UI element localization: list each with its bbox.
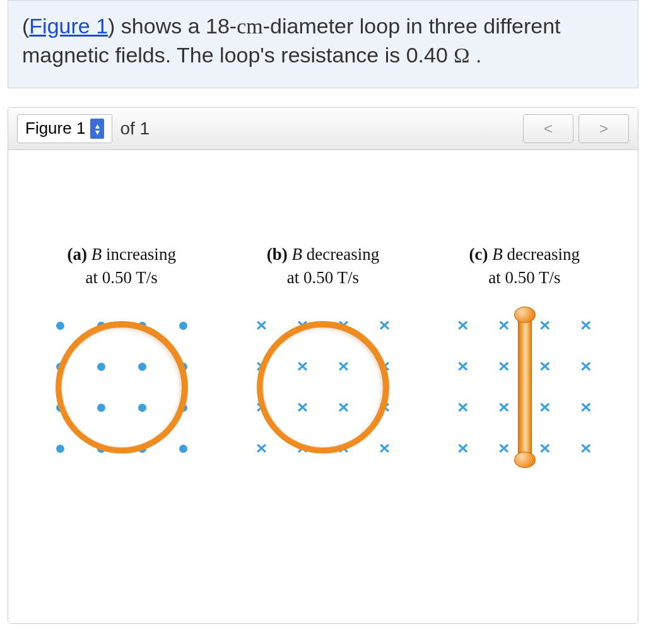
unit-cm: cm [237,15,263,38]
next-button[interactable]: > [578,114,629,143]
diagram-b: ×××× ×××× ×××× ×××× [235,299,411,476]
panel-c: (c) B decreasing at 0.50 T/s ×××× ×××× ×… [430,245,619,476]
figure-panel: Figure 1 ▴▾ of 1 < > (a) B increasing at… [8,107,638,624]
panel-c-title: (c) B decreasing [430,245,619,264]
figure-subpanels: (a) B increasing at 0.50 T/s (b) [27,245,619,476]
panel-b-label: (b) [267,245,288,264]
panel-c-desc: decreasing [503,245,580,264]
figure-link[interactable]: Figure 1 [29,14,108,38]
panel-b: (b) B decreasing at 0.50 T/s ×××× ×××× ×… [228,245,417,476]
panel-a-title: (a) B increasing [27,245,216,264]
paren-open: ( [22,14,29,38]
panel-a: (a) B increasing at 0.50 T/s [27,245,216,476]
panel-a-desc: increasing [102,245,176,264]
panel-b-title: (b) B decreasing [228,245,417,264]
diagram-a [33,299,210,476]
problem-statement: (Figure 1) shows a 18-cm-diameter loop i… [8,0,638,88]
stepper-icon: ▴▾ [90,119,104,139]
figure-select[interactable]: Figure 1 ▴▾ [17,114,112,143]
unit-omega: Ω [454,44,469,67]
chevron-left-icon: < [544,120,553,138]
panel-b-desc: decreasing [302,245,379,264]
panel-c-sub: at 0.50 T/s [430,268,619,288]
chevron-right-icon: > [599,120,608,138]
figure-select-label: Figure 1 [25,119,85,138]
figure-body: (a) B increasing at 0.50 T/s (b) [8,150,638,623]
diagram-c: ×××× ×××× ×××× ×××× [436,299,613,476]
figure-count: of 1 [120,119,150,139]
panel-a-label: (a) [67,245,86,264]
panel-a-B: B [91,245,102,264]
text1: ) shows a 18- [108,14,237,38]
loop-edge-on [514,308,534,467]
panel-c-label: (c) [469,245,488,264]
loop-face-on [257,321,389,454]
panel-a-sub: at 0.50 T/s [27,268,216,288]
prev-button[interactable]: < [523,114,573,143]
panel-b-B: B [292,245,303,264]
panel-c-B: B [492,245,503,264]
period: . [470,43,482,67]
panel-b-sub: at 0.50 T/s [228,268,417,288]
figure-toolbar: Figure 1 ▴▾ of 1 < > [8,108,638,150]
loop-face-on [56,321,188,454]
